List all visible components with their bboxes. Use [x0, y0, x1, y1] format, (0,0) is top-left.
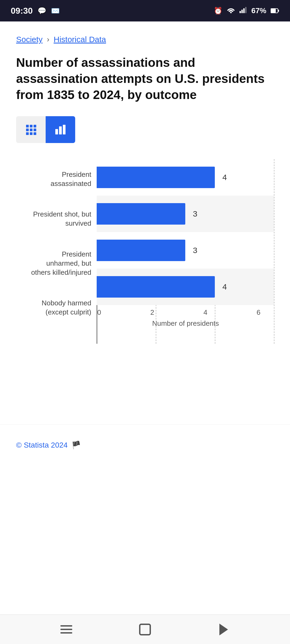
status-bar: 09:30 💬 ✉️ ⏰ 67% — [0, 0, 290, 21]
chart-container: Presidentassassinated President shot, bu… — [16, 159, 274, 354]
view-toggle — [16, 116, 274, 143]
copyright-text: © Statista 2024 — [16, 441, 68, 449]
svg-rect-3 — [243, 8, 245, 13]
wifi-icon — [227, 7, 235, 15]
battery-level: 67% — [251, 6, 266, 15]
breadcrumb-society[interactable]: Society — [16, 35, 42, 44]
svg-rect-2 — [241, 10, 243, 13]
nav-lines-icon — [60, 625, 72, 634]
x-label-0: 0 — [97, 308, 101, 317]
bar-row-3: 4 — [97, 269, 274, 305]
bar-1: 3 — [97, 203, 185, 225]
flag-icon: 🏴 — [71, 441, 81, 449]
page-title: Number of assassinations and assassinati… — [16, 55, 274, 103]
chart-area: Presidentassassinated President shot, bu… — [16, 159, 274, 344]
breadcrumb-historical-data[interactable]: Historical Data — [54, 35, 106, 44]
y-label-2: Presidentunharmed, butothers killed/inju… — [21, 250, 91, 277]
signal-icon — [240, 7, 247, 15]
x-label-2: 2 — [150, 308, 154, 317]
chart-view-button[interactable] — [46, 116, 75, 143]
x-axis: 0 2 4 6 Number of presidents — [97, 308, 274, 328]
nav-bar — [0, 614, 290, 644]
nav-recent-button[interactable] — [213, 621, 234, 638]
nav-home-button[interactable] — [134, 621, 156, 638]
bar-0: 4 — [97, 167, 215, 188]
status-left: 09:30 💬 ✉️ — [11, 6, 60, 16]
svg-rect-7 — [278, 10, 279, 12]
bar-wrapper-2: 3 — [97, 232, 274, 269]
bar-wrapper-0: 4 — [97, 159, 274, 196]
main-content: Society › Historical Data Number of assa… — [0, 21, 290, 371]
y-label-1: President shot, butsurvived — [21, 210, 91, 228]
footer: © Statista 2024 🏴 — [0, 424, 290, 460]
bar-wrapper-1: 3 — [97, 196, 274, 232]
grid-line-6 — [274, 159, 274, 344]
bar-value-2: 3 — [193, 246, 197, 255]
x-axis-labels: 0 2 4 6 — [97, 308, 274, 317]
chart-bars-wrapper: 4 3 — [97, 159, 274, 344]
bar-2: 3 — [97, 240, 185, 261]
x-label-6: 6 — [257, 308, 260, 317]
bar-value-3: 4 — [222, 282, 227, 291]
battery-icon — [271, 6, 279, 15]
nav-back-button[interactable] — [56, 621, 77, 638]
bar-row-0: 4 — [97, 159, 274, 196]
chart-bar-icon — [55, 125, 66, 134]
breadcrumb-separator: › — [47, 35, 49, 44]
nav-chevron-icon — [219, 624, 228, 635]
chat-icon: 💬 — [38, 7, 46, 15]
grid-view-button[interactable] — [16, 116, 46, 143]
breadcrumb: Society › Historical Data — [16, 35, 274, 44]
alarm-icon: ⏰ — [214, 7, 222, 15]
spacer — [0, 371, 290, 424]
status-time: 09:30 — [11, 6, 33, 16]
svg-point-0 — [230, 12, 232, 13]
bar-row-1: 3 — [97, 196, 274, 232]
footer-copyright: © Statista 2024 🏴 — [16, 441, 274, 449]
y-label-3: Nobody harmed(except culprit) — [21, 299, 91, 317]
email-icon: ✉️ — [51, 7, 60, 15]
svg-rect-4 — [245, 7, 247, 13]
bar-wrapper-3: 4 — [97, 269, 274, 305]
svg-rect-1 — [240, 11, 241, 13]
bar-row-2: 3 — [97, 232, 274, 269]
chart-bars-area: 4 3 — [97, 159, 274, 344]
bar-value-1: 3 — [193, 209, 197, 218]
bar-3: 4 — [97, 276, 215, 298]
x-axis-title: Number of presidents — [97, 319, 274, 328]
x-label-4: 4 — [204, 308, 207, 317]
chart-y-labels: Presidentassassinated President shot, bu… — [21, 159, 97, 344]
bar-value-0: 4 — [222, 173, 227, 182]
svg-rect-6 — [271, 9, 276, 13]
y-label-0: Presidentassassinated — [21, 170, 91, 188]
grid-icon — [26, 125, 36, 134]
status-right: ⏰ 67% — [214, 6, 279, 15]
nav-square-icon — [139, 624, 151, 635]
